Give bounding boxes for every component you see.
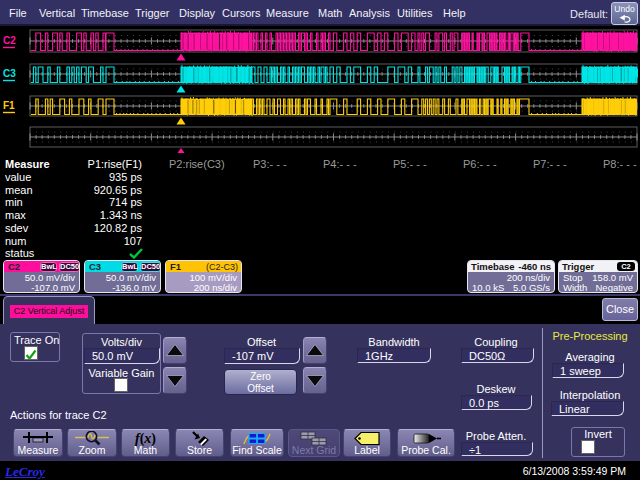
svg-text:C2: C2	[3, 35, 16, 46]
svg-text:F1: F1	[3, 100, 15, 111]
svg-text:C3: C3	[3, 68, 16, 79]
